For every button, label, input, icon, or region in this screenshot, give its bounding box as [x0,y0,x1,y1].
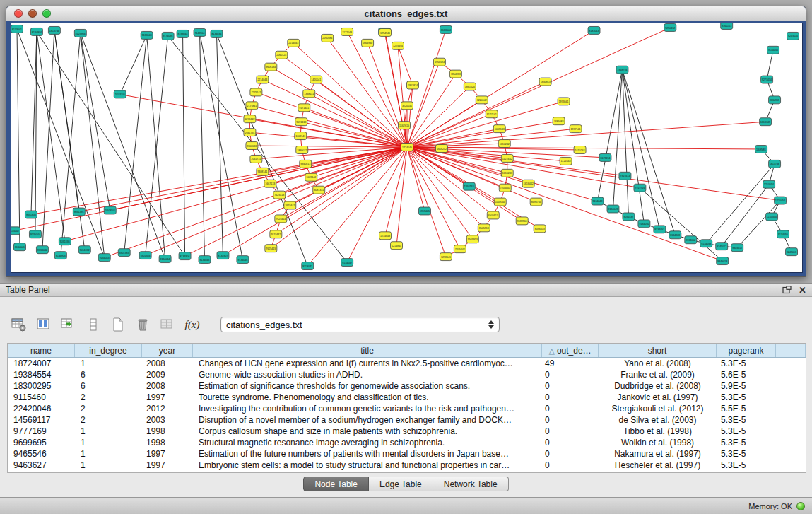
network-node[interactable]: 7205441 [499,184,511,192]
network-edge[interactable] [613,70,622,209]
network-node[interactable]: 1850813 [539,78,551,86]
function-builder-icon[interactable]: f(x) [183,316,201,333]
window-titlebar[interactable]: citations_edges.txt [6,6,806,21]
network-node[interactable]: 8183044 [440,25,452,33]
network-node[interactable]: 1961824 [407,81,419,89]
network-edge[interactable] [37,32,65,241]
network-node[interactable]: 9245013 [786,248,798,256]
network-node[interactable]: 1220454 [775,197,787,204]
show-columns-icon[interactable] [35,316,53,333]
network-node[interactable]: 1958163 [463,182,475,190]
column-header-name[interactable]: name [8,344,75,357]
network-edge[interactable] [407,122,765,147]
column-header-pagerank[interactable]: pagerank [717,344,776,357]
network-node[interactable]: 1861024 [464,83,476,90]
import-table-icon[interactable] [59,316,78,333]
network-node[interactable]: 9189561 [516,217,528,225]
network-node[interactable]: 9134043 [98,254,110,262]
network-node[interactable]: 8134905 [54,252,66,259]
network-node[interactable]: 5505913 [466,235,478,243]
network-node[interactable]: 7143904 [194,28,206,36]
network-node[interactable]: 8134908 [669,231,681,239]
network-edge[interactable] [81,33,105,257]
network-node[interactable]: 8133041 [11,25,23,33]
network-edge[interactable] [81,33,165,259]
network-node[interactable]: 5901583 [118,249,130,257]
network-node[interactable]: 1162615 [399,122,411,129]
network-node[interactable]: 6505913 [487,211,499,219]
network-edge[interactable] [216,34,223,255]
network-edge[interactable] [200,33,243,259]
tab-edge-table[interactable]: Edge Table [369,477,433,491]
network-node[interactable]: 1298141 [440,253,452,261]
network-node[interactable]: 8096513 [534,225,546,233]
network-node[interactable]: 9245012 [716,243,728,250]
table-row[interactable]: 946362711997Embryonic stem cells: a mode… [8,460,806,471]
network-edge[interactable] [252,146,407,147]
network-node[interactable]: 9091413 [295,118,307,126]
network-node[interactable]: 8135042 [11,227,20,235]
network-node[interactable]: 1009141 [295,132,307,140]
network-edge[interactable] [706,164,775,243]
table-select-dropdown[interactable]: citations_edges.txt [220,317,500,332]
network-node[interactable]: 2060124 [276,51,288,59]
network-node[interactable]: 9134044 [159,255,171,263]
network-node[interactable]: 8134904 [30,28,42,35]
network-node[interactable]: 9051832 [78,246,90,254]
network-node[interactable]: 2214043 [288,39,300,47]
table-row[interactable]: 946554611997Estimation of the future num… [8,448,806,460]
network-edge[interactable] [622,70,675,235]
network-node[interactable]: 3220141 [401,102,413,110]
network-edge[interactable] [105,147,407,257]
network-node[interactable]: 9940813 [300,160,312,168]
network-node[interactable]: 7619442 [270,230,282,238]
network-node[interactable]: 1664950 [362,39,374,47]
network-node[interactable]: 8134906 [179,252,191,260]
network-node[interactable]: 1616242 [435,145,447,153]
network-node[interactable]: 9051391 [73,208,85,216]
network-node[interactable]: 3081331 [313,186,325,194]
column-header-year[interactable]: year [142,344,193,357]
import-file-table-icon[interactable] [158,316,177,333]
network-node[interactable]: 9134051 [654,226,666,233]
network-node[interactable]: 9134046 [237,256,249,264]
network-node[interactable]: 9134042 [36,246,48,254]
network-node[interactable]: 3220142 [476,96,488,104]
network-node[interactable]: 8125904 [74,29,86,37]
tab-network-table[interactable]: Network Table [433,477,509,491]
network-node[interactable]: 9134053 [700,240,712,247]
network-node[interactable]: 9606134 [265,63,277,71]
network-node[interactable]: 1610243 [501,169,513,177]
network-node[interactable]: 7625414 [275,215,287,223]
network-node[interactable]: 1813745 [760,118,772,126]
network-node[interactable]: 12103504 [766,213,778,221]
network-node[interactable]: 7625415 [265,245,277,252]
network-node[interactable]: 8505913 [478,224,490,232]
network-node[interactable]: 1210554 [763,180,775,188]
network-canvas[interactable]: 8133041813490418137348125904918304391740… [11,23,803,273]
network-node[interactable]: 20163100 [114,90,126,98]
network-node[interactable]: 9134047 [341,259,353,267]
network-node[interactable]: 8679194 [599,153,611,161]
network-node[interactable]: 1225494 [392,42,404,49]
network-edge[interactable] [598,70,623,201]
network-node[interactable]: 9119041 [302,262,314,270]
network-edge[interactable] [279,147,407,195]
network-edge[interactable] [398,46,413,86]
network-node[interactable]: 7275141 [250,88,262,96]
float-panel-icon[interactable] [782,286,792,294]
network-node[interactable]: 8134907 [217,252,229,259]
network-node[interactable]: 1968794 [616,66,628,74]
network-node[interactable]: 7485083 [553,117,565,125]
network-node[interactable]: 1009143 [493,125,505,133]
table-row[interactable]: 911546021997Tourette syndrome. Phenomeno… [8,392,806,403]
network-node[interactable]: 1254941 [379,28,392,36]
network-edge[interactable] [65,147,407,241]
network-node[interactable]: 9308022 [246,142,258,150]
column-header-out-degree[interactable]: △out_de… [542,344,599,357]
network-node[interactable]: 8134909 [769,96,781,104]
network-node[interactable]: 9161163 [721,23,733,29]
table-row[interactable]: 1938455462009Genome-wide association stu… [8,369,806,380]
network-node[interactable]: 1121642 [501,154,513,162]
network-node[interactable]: 1616442 [522,180,534,187]
